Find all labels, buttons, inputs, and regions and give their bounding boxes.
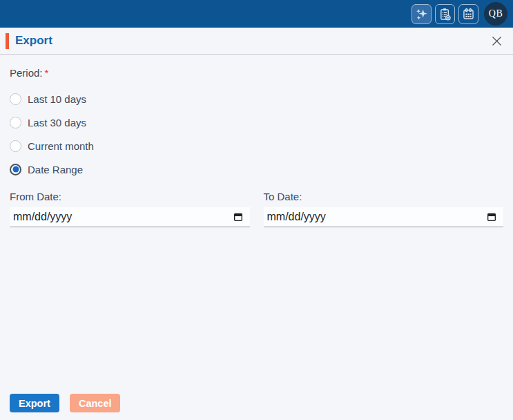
user-avatar[interactable]: QB <box>484 2 507 26</box>
form-content: Period:* Last 10 days Last 30 days Curre… <box>0 67 513 227</box>
footer-actions: Export Cancel <box>10 394 120 412</box>
from-date-label: From Date: <box>10 191 250 202</box>
radio-last-10-days[interactable]: Last 10 days <box>10 87 503 111</box>
date-range-row: From Date: mm/dd/yyyy To Date: mm/dd/yyy… <box>10 191 503 227</box>
radio-current-month[interactable]: Current month <box>10 134 503 158</box>
panel-header: Export <box>0 28 513 55</box>
page-title: Export <box>15 34 52 48</box>
calendar-picker-icon[interactable] <box>233 211 244 222</box>
period-label: Period:* <box>10 67 503 79</box>
title-accent-bar <box>6 33 9 49</box>
to-date-group: To Date: mm/dd/yyyy <box>264 191 504 227</box>
clipboard-add-icon <box>438 7 452 21</box>
new-report-button[interactable] <box>435 4 455 24</box>
from-date-input[interactable]: mm/dd/yyyy <box>10 207 250 227</box>
radio-label: Last 10 days <box>28 93 86 105</box>
close-icon <box>491 35 503 47</box>
ai-assistant-button[interactable] <box>412 4 432 24</box>
close-button[interactable] <box>490 34 503 48</box>
to-date-label: To Date: <box>264 191 504 202</box>
sparkles-icon <box>414 7 429 21</box>
radio-date-range[interactable]: Date Range <box>10 158 503 181</box>
radio-label: Last 30 days <box>28 117 86 128</box>
radio-icon <box>10 140 21 152</box>
to-date-input[interactable]: mm/dd/yyyy <box>264 207 504 227</box>
required-marker: * <box>45 67 49 79</box>
from-date-group: From Date: mm/dd/yyyy <box>10 191 250 227</box>
calendar-toolbar-icon <box>461 7 476 21</box>
radio-last-30-days[interactable]: Last 30 days <box>10 111 503 134</box>
cancel-button[interactable]: Cancel <box>70 394 121 412</box>
radio-icon <box>10 164 21 175</box>
radio-icon <box>10 93 21 105</box>
avatar-initials: QB <box>489 8 503 19</box>
schedule-button[interactable] <box>458 4 478 24</box>
top-bar: QB <box>0 0 513 28</box>
calendar-picker-icon[interactable] <box>486 211 497 222</box>
radio-icon <box>10 117 21 128</box>
radio-label: Current month <box>28 140 94 152</box>
from-date-placeholder: mm/dd/yyyy <box>13 211 72 223</box>
export-button[interactable]: Export <box>10 394 59 412</box>
radio-label: Date Range <box>28 164 83 175</box>
export-panel: QB Export Period:* Last 10 days <box>0 0 513 420</box>
period-label-text: Period: <box>10 67 43 79</box>
to-date-placeholder: mm/dd/yyyy <box>267 211 326 223</box>
period-radio-group: Last 10 days Last 30 days Current month … <box>10 87 503 181</box>
